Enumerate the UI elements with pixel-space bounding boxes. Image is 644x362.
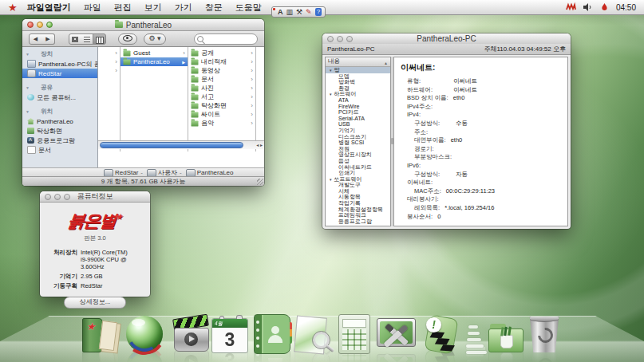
column-view-button[interactable] [93,33,106,45]
sidebar-item[interactable]: 문서 [22,145,97,155]
menu-item[interactable]: 가기 [175,2,192,14]
tree-item[interactable]: 쏘프트웨어 [326,176,390,183]
scrollbar-thumb[interactable] [100,142,243,148]
tree-item[interactable]: 응용프로그람 [326,218,390,225]
ime-flag-icon[interactable] [566,2,576,12]
calendar-dock-icon[interactable]: 4월 3 [211,318,248,353]
zoom-button[interactable] [346,36,353,42]
menu-item[interactable]: 편집 [114,2,132,14]
tree-item[interactable]: PCI카드 [326,109,390,116]
menu-item[interactable]: 창문 [205,2,223,14]
volume-icon[interactable] [583,2,593,12]
tree-item[interactable]: 병렬 SCSI [326,140,390,146]
red-star-menu-icon[interactable]: ★ [8,0,18,15]
column-item[interactable]: 공개 [188,49,255,57]
column-item[interactable]: PantheraLeo [121,57,188,66]
menu-item[interactable]: 파일 [84,2,101,14]
clock[interactable]: 04:50 [616,3,636,12]
column-item[interactable]: 내리적재 [188,57,255,66]
action-menu-button[interactable]: ⚙ ▾ [144,33,166,45]
web-browser-dock-icon[interactable] [124,314,164,354]
file-browser-window[interactable]: PantheraLeo ◀ ▶ ⚙ ▾ 장치 [22,19,264,186]
list-view-button[interactable] [81,33,93,45]
zoom-button[interactable] [46,22,53,28]
sidebar-item[interactable]: PantheraLeo [22,116,97,126]
tree-item[interactable]: 디스크쓰기 [326,134,390,140]
system-profiler-window[interactable]: PantheraLeo-PC PantheraLeo-PC 주체110.04.0… [322,33,571,229]
sidebar-item[interactable]: RedStar [22,69,97,78]
tree-item[interactable]: 기억기 [326,128,390,134]
sidebar-item[interactable]: 공유 [22,83,97,92]
tree-item[interactable]: 모뎀 [326,73,390,80]
close-button[interactable] [27,22,34,28]
file-manager-dock-icon[interactable] [80,314,118,354]
tree-item[interactable]: FireWire [326,104,390,110]
sidebar-item[interactable]: 응용프로그람 [22,136,97,145]
tree-item[interactable]: 망 [326,67,390,73]
ime-toolbar-icon[interactable]: A [278,8,283,16]
menu-item[interactable]: 보기 [144,2,162,14]
path-crumb[interactable]: - PantheraLeo [180,169,234,177]
close-button[interactable] [45,194,51,200]
profiler-title-bar[interactable]: PantheraLeo-PC [322,33,571,45]
column-item[interactable] [98,49,120,57]
ime-toolbar-icon[interactable]: ✎ [306,8,312,16]
tree-item[interactable]: USB [326,121,390,128]
tree-item[interactable]: 방화벽 [326,79,390,85]
column-item[interactable] [98,57,120,66]
column-item[interactable]: 문서 [188,75,255,84]
tree-item[interactable]: 환경 [326,85,390,92]
tree-item[interactable]: 작업기록 [326,200,390,207]
minimize-button[interactable] [54,194,61,200]
forward-button[interactable]: ▶ [41,33,55,45]
minimize-button[interactable] [337,36,343,42]
battery-flame-icon[interactable] [599,2,610,12]
tree-item[interactable]: 체계환경설정항목 [326,207,390,213]
tree-item[interactable]: 프레임워크 [326,212,390,218]
icon-view-button[interactable] [69,33,81,45]
menu-item[interactable]: 도움말 [235,2,262,14]
tree-item[interactable]: 하드웨어 [326,91,390,97]
tree-header[interactable]: 내용 [326,57,390,67]
column-item[interactable]: 음악 [188,119,255,128]
calculator-dock-icon[interactable] [338,314,370,354]
column-item[interactable]: 싸이트 [188,110,255,119]
tree-item[interactable]: 영상표시장치 [326,151,390,158]
horizontal-scrollbar[interactable]: ◂ ▸ [98,140,264,149]
tree-item[interactable]: 개발도구 [326,182,390,188]
sidebar-item[interactable]: 모든 콤퓨터... [22,92,97,102]
ime-toolbar-icon[interactable]: ▥ [286,8,294,16]
column-item[interactable]: 동영상 [188,66,255,75]
tree-item[interactable]: 서체 [326,188,390,195]
sidebar-item[interactable]: 탁상화면 [22,126,97,136]
ime-toolbar-icon[interactable]: ⚒ [296,8,302,16]
close-button[interactable] [327,36,334,42]
tree-item[interactable]: 음성 [326,158,390,164]
path-crumb[interactable]: RedStar [100,169,138,177]
column-item[interactable] [98,66,120,75]
column-item[interactable]: 사진 [188,84,255,92]
about-title-bar[interactable]: 콤퓨터정보 [40,191,150,203]
app-menu[interactable]: 파일열람기 [27,2,71,14]
column-item[interactable]: 탁상화면 [188,101,255,110]
minimize-button[interactable] [37,22,43,28]
address-book-dock-icon[interactable] [254,314,290,354]
quick-look-button[interactable] [118,33,137,45]
tree-item[interactable]: 전원 [326,146,390,152]
tree-item[interactable]: 인쇄기 [326,170,390,176]
tree-item[interactable]: Serial-ATA [326,116,390,122]
column-item[interactable]: 서고 [188,92,255,101]
back-button[interactable]: ◀ [29,33,42,45]
document-viewer-dock-icon[interactable] [290,314,330,354]
tree-item[interactable]: ATA [326,97,390,104]
sidebar-item[interactable]: 위치 [22,107,97,116]
movie-player-dock-icon[interactable] [171,314,211,354]
downloads-folder-dock-icon[interactable] [488,319,523,354]
system-utilities-dock-icon[interactable] [375,314,417,354]
ime-toolbar-icon[interactable]: ? [315,8,322,16]
trash-dock-icon[interactable] [525,314,563,354]
column-item[interactable]: Guest [121,49,188,57]
zoom-button[interactable] [64,194,70,200]
error-reporter-dock-icon[interactable] [420,314,461,354]
tree-item[interactable]: 이써네트카드 [326,164,390,171]
